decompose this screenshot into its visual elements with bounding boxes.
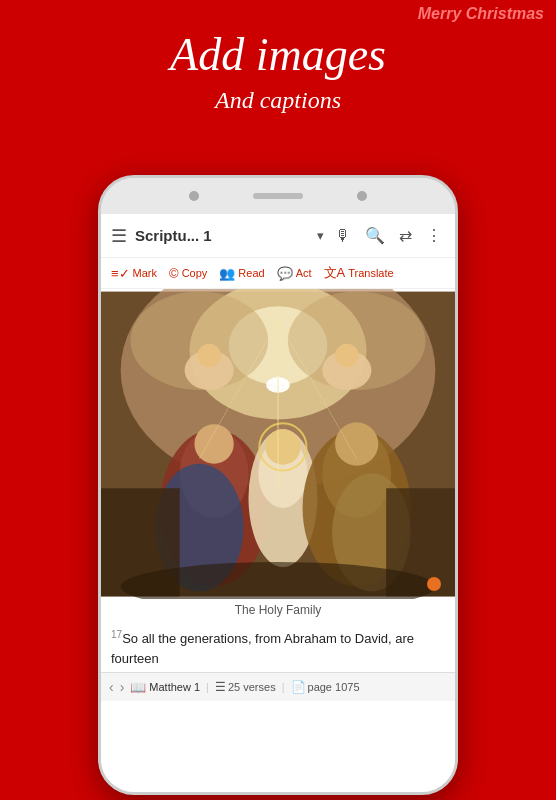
- phone-speaker: [253, 193, 303, 199]
- more-icon[interactable]: ⋮: [423, 226, 445, 245]
- translate-button[interactable]: 文A Translate: [320, 262, 398, 284]
- nav-verses: ☰ 25 verses: [215, 680, 276, 694]
- copy-button[interactable]: © Copy: [165, 264, 211, 283]
- read-icon: 👥: [219, 266, 235, 281]
- mark-icon: ≡✓: [111, 266, 130, 281]
- page-icon: 📄: [291, 680, 306, 694]
- nav-divider-1: |: [206, 681, 209, 693]
- search-icon[interactable]: 🔍: [362, 226, 388, 245]
- menu-icon[interactable]: ☰: [111, 225, 127, 247]
- act-icon: 💬: [277, 266, 293, 281]
- merry-christmas-text: Merry Christmas: [418, 5, 544, 22]
- dropdown-arrow[interactable]: ▾: [317, 228, 324, 244]
- verse-text: 17So all the generations, from Abraham t…: [111, 627, 445, 668]
- toolbar-title: Scriptu... 1: [135, 227, 309, 244]
- book-icon: 📖: [130, 680, 146, 695]
- merry-christmas-banner: Merry Christmas: [406, 0, 556, 28]
- translate-icon: 文A: [324, 264, 346, 282]
- image-container: [101, 289, 455, 599]
- action-bar: ≡✓ Mark © Copy 👥 Read 💬 Act 文A Translate: [101, 258, 455, 289]
- copy-icon: ©: [169, 266, 179, 281]
- nav-divider-2: |: [282, 681, 285, 693]
- image-caption: The Holy Family: [101, 599, 455, 621]
- phone-screen: ☰ Scriptu... 1 ▾ 🎙 🔍 ⇄ ⋮ ≡✓ Mark © Copy …: [101, 214, 455, 792]
- read-button[interactable]: 👥 Read: [215, 264, 268, 283]
- prev-arrow[interactable]: ‹: [109, 679, 114, 695]
- mark-button[interactable]: ≡✓ Mark: [107, 264, 161, 283]
- hero-subtitle: And captions: [0, 87, 556, 114]
- verses-icon: ☰: [215, 680, 226, 694]
- holy-family-painting: [101, 289, 455, 599]
- phone-camera-right: [357, 191, 367, 201]
- hero-title: Add images: [0, 30, 556, 81]
- image-indicator-dot[interactable]: [427, 577, 441, 591]
- verse-number: 17: [111, 629, 122, 640]
- phone-camera-left: [189, 191, 199, 201]
- phone-mockup: ☰ Scriptu... 1 ▾ 🎙 🔍 ⇄ ⋮ ≡✓ Mark © Copy …: [98, 175, 458, 795]
- nav-page: 📄 page 1075: [291, 680, 360, 694]
- transfer-icon[interactable]: ⇄: [396, 226, 415, 245]
- act-button[interactable]: 💬 Act: [273, 264, 316, 283]
- app-toolbar: ☰ Scriptu... 1 ▾ 🎙 🔍 ⇄ ⋮: [101, 214, 455, 258]
- svg-point-9: [335, 344, 359, 368]
- svg-point-7: [197, 344, 221, 368]
- svg-point-22: [335, 422, 378, 465]
- svg-point-18: [265, 429, 300, 464]
- bottom-nav: ‹ › 📖 Matthew 1 | ☰ 25 verses | 📄 page 1…: [101, 672, 455, 701]
- verse-area: 17So all the generations, from Abraham t…: [101, 621, 455, 672]
- next-arrow[interactable]: ›: [120, 679, 125, 695]
- phone-top-bar: [101, 178, 455, 214]
- mic-icon[interactable]: 🎙: [332, 227, 354, 245]
- nav-book[interactable]: 📖 Matthew 1: [130, 680, 200, 695]
